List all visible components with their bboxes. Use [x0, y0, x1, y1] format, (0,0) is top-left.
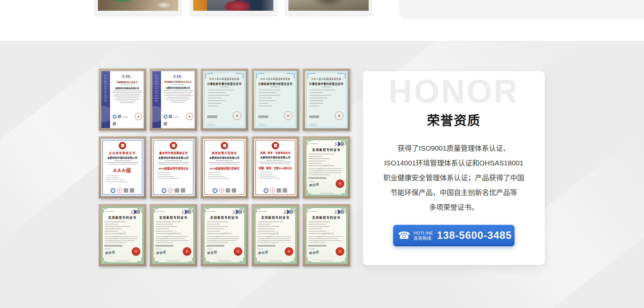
barcode — [105, 245, 122, 247]
credit-grade: 质量、服务、信誉AAA级企业 — [254, 166, 297, 170]
certificate-utility-patent[interactable]: CNIPA 实用新型专利证书 — [252, 204, 299, 266]
certificate-cic-ohs[interactable]: CERTIFICATE CIC 职业健康安全管理体系认证证书 合肥珂玛环保科技有… — [150, 68, 197, 131]
certificate-utility-patent[interactable]: CNIPA 实用新型专利证书 — [303, 136, 350, 199]
certificate-seals: ✓ ★ — [152, 188, 195, 193]
qr-code-icon — [283, 188, 287, 193]
corner-ornament-icon — [239, 208, 244, 213]
fine-print-lines — [208, 172, 246, 179]
corner-ornament-icon — [307, 141, 311, 145]
company-name: 合肥珂玛环保科技有限公司 — [203, 156, 246, 159]
description-line: 节能环保产品，中国自主创新名优产品等 — [376, 185, 531, 200]
signature-mark — [122, 115, 128, 118]
certificate-software-copyright[interactable]: 中华人民共和国国家版权局 计算机软件著作权登记证书 ★ — [201, 68, 248, 131]
certificate-seals: ★ — [164, 113, 193, 120]
construction-photo — [193, 0, 274, 11]
signature: 申长雨 — [257, 249, 268, 256]
corner-ornament-icon — [205, 208, 209, 213]
fine-print-lines — [207, 236, 242, 243]
certificate-title: 实用新型专利证书 — [258, 215, 293, 220]
fine-print-lines — [152, 260, 195, 261]
description-line: 获得了ISO9001质量管理体系认证、 — [376, 141, 531, 156]
certificate-software-copyright[interactable]: 中华人民共和国国家版权局 计算机软件著作权登记证书 ★ — [303, 68, 350, 131]
fine-print-lines — [259, 172, 297, 178]
certificate-utility-patent[interactable]: CNIPA 实用新型专利证书 — [303, 204, 350, 266]
fine-print-lines — [157, 172, 195, 179]
barcode — [156, 245, 173, 247]
fine-print-lines — [112, 85, 142, 85]
hotline-button[interactable]: ☎ HOTLINE 咨询热线: 138-5600-3485 — [393, 225, 515, 246]
fine-print-lines — [305, 260, 347, 261]
fine-print-lines — [258, 236, 293, 243]
signature-block: 申长雨 — [156, 248, 166, 255]
qr-code-icon — [130, 188, 134, 193]
certificate-integrity-demo-unit[interactable]: 诚信经营示范单位 合肥珂玛环保科技有限公司 AAA级诚信经营示范单位 ✓ ★ — [201, 136, 248, 199]
certificate-title: 实用新型专利证书 — [105, 215, 140, 220]
signature-mark — [173, 115, 179, 118]
national-emblem-seal-icon: ★ — [132, 247, 140, 256]
national-emblem-seal-icon: ★ — [234, 247, 242, 256]
fine-print-lines — [152, 160, 195, 164]
signature-block: 申长雨 — [105, 248, 115, 255]
fine-print-lines — [203, 87, 246, 87]
national-emblem-seal-icon: ★ — [336, 247, 344, 256]
national-emblem-seal-icon: ★ — [183, 247, 191, 256]
round-logo-icon: ✓ — [162, 188, 166, 193]
corner-ornament-icon — [256, 208, 260, 213]
fine-print-lines — [309, 221, 344, 234]
red-star-seal-icon: ★ — [233, 111, 241, 120]
cnipa-logo-icon — [284, 210, 289, 214]
certificate-utility-patent[interactable]: CNIPA 实用新型专利证书 — [99, 204, 146, 266]
signature: 申长雨 — [104, 249, 115, 256]
fine-print-lines — [203, 160, 246, 164]
qr-code-icon — [175, 188, 179, 193]
fine-print-lines — [254, 160, 297, 164]
round-logo-icon — [164, 115, 167, 118]
cnipa-logo-icon — [233, 210, 238, 214]
qr-code-icon — [118, 115, 121, 118]
certificate-utility-patent[interactable]: CNIPA 实用新型专利证书 — [150, 204, 197, 266]
certificate-title: 实用新型专利证书 — [207, 215, 242, 220]
corner-ornament-icon — [103, 208, 107, 213]
red-star-seal-icon: ★ — [270, 188, 275, 193]
credit-grade: AAA级 — [101, 166, 144, 173]
certificate-title: 企业信用等级证书 — [101, 151, 144, 155]
fine-print-lines — [207, 221, 242, 234]
fine-print-lines — [156, 236, 191, 243]
certificate-title: 计算机软件著作权登记证书 — [254, 82, 297, 86]
company-name: 合肥珂玛环保科技有限公司 — [101, 156, 144, 159]
construction-photo — [288, 0, 369, 11]
project-photo-card[interactable] — [285, 0, 372, 16]
qr-code-icon — [124, 188, 128, 193]
corner-ornament-icon — [307, 208, 311, 213]
certificate-side-band: CERTIFICATE — [101, 71, 110, 128]
certificate-utility-patent[interactable]: CNIPA 实用新型专利证书 — [201, 204, 248, 266]
signature: 申长雨 — [308, 182, 319, 188]
cnipa-logo-icon — [182, 210, 187, 214]
corner-flourish-icon — [307, 73, 315, 79]
fine-print-lines — [254, 260, 297, 261]
cnipa-logo-icon — [131, 210, 136, 214]
company-name: 合肥珂玛环保科技有限公司 — [254, 156, 297, 159]
qr-code-icon — [113, 122, 116, 125]
qr-code-icon — [232, 188, 236, 193]
certificate-title: 重合同守信用等级证书 — [152, 151, 195, 155]
honor-description: 获得了ISO9001质量管理体系认证、 ISO14001环境管理体系认证和OHS… — [376, 141, 531, 215]
credit-seal-icon — [119, 142, 126, 149]
credit-seal-icon — [272, 142, 279, 149]
qr-code-icon — [169, 115, 172, 118]
certificate-cic-environment[interactable]: CERTIFICATE CIC 环境管理体系认证证书 合肥珂玛环保科技有限公司 — [99, 68, 146, 131]
company-name: 合肥珂玛环保科技有限公司 — [112, 87, 142, 90]
description-line: 职业健康安全管理体系认证；产品获得了中国 — [376, 170, 531, 185]
construction-photo — [98, 0, 178, 11]
project-photo-card[interactable] — [190, 0, 277, 16]
corner-flourish-icon — [256, 73, 264, 79]
barcode — [208, 115, 217, 118]
project-photo-card[interactable] — [95, 0, 181, 16]
description-line: 多项荣誉证书。 — [376, 200, 531, 215]
certificate-credit-rating[interactable]: 企业信用等级证书 合肥珂玛环保科技有限公司 AAA级 ✓ ★ — [99, 136, 146, 199]
certificate-contract-credit[interactable]: 重合同守信用等级证书 合肥珂玛环保科技有限公司 AAA级重合同守信用企业 ✓ ★ — [150, 136, 197, 199]
certificate-software-copyright[interactable]: 中华人民共和国国家版权局 计算机软件著作权登记证书 ★ — [252, 68, 299, 131]
red-star-seal-icon: ★ — [335, 111, 343, 120]
fine-print-lines — [259, 90, 297, 106]
certificate-quality-service-credit[interactable]: 质量、服务、信誉等级证书 合肥珂玛环保科技有限公司 质量、服务、信誉AAA级企业… — [252, 136, 299, 199]
